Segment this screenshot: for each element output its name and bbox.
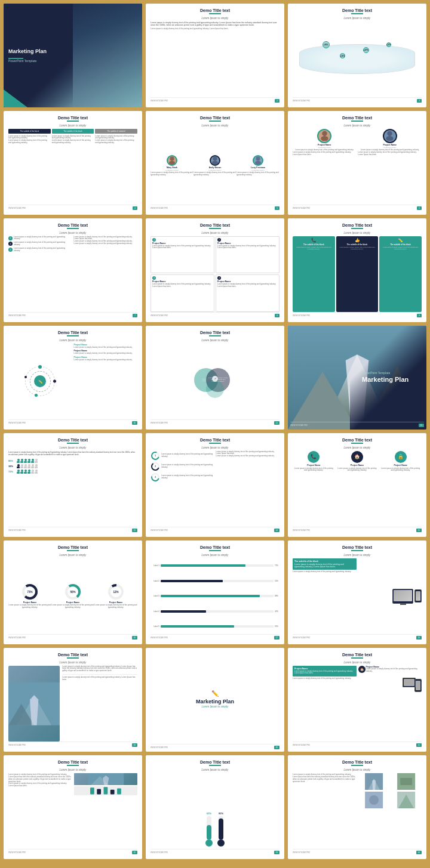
- profile-1-avatar: [167, 155, 177, 166]
- icon-text-row: 🏠 Project Name Lorem ipsum is simply dum…: [358, 666, 422, 673]
- svg-point-4: [256, 157, 260, 161]
- svg-rect-34: [90, 788, 94, 795]
- slide-6-title: Demo Title text: [293, 116, 422, 120]
- slide-14-circles: 1 Lorem ipsum is simply dummy text of th…: [150, 451, 214, 527]
- profile-1: Mary Stark Typewriting Industry Lorem ip…: [150, 155, 194, 177]
- tab-2[interactable]: The subtitle of the block: [52, 129, 94, 134]
- slide-24-text: Lorem ipsum is simply dummy text of the …: [293, 773, 357, 850]
- slide-17-subtitle: Lorem Ipsum is simply: [150, 554, 280, 557]
- slide-6-footer: WWW.SITEZAR.PRO 6: [293, 205, 422, 210]
- slide-3-title: Demo Title text: [293, 8, 422, 13]
- outer-ring: ✏️: [25, 366, 55, 396]
- svg-point-1: [169, 161, 175, 165]
- slide-19-content: Lorem ipsum is simply dummy text of the …: [8, 666, 137, 742]
- bar-5: Label 5 65%: [150, 625, 280, 628]
- slide-13-content: Lorem ipsum is simply dummy text of the …: [8, 451, 137, 527]
- slide-10-divider: [67, 335, 79, 336]
- donut-2: 50%: [64, 583, 81, 600]
- footer-url: WWW.SITEZAR.PRO: [150, 100, 168, 102]
- profile-2-name: Andy Brown: [209, 166, 222, 169]
- person-svg: [168, 156, 176, 165]
- orbit-dot-1: [38, 365, 42, 369]
- svg-point-6: [322, 131, 327, 137]
- stat-1: +96%: [322, 41, 330, 48]
- info-box: The subtitle of the block Lorem ipsum is…: [293, 558, 357, 570]
- cover-subtitle: PowerPoint Template: [8, 59, 137, 63]
- slide-4-cols: Lorem ipsum is simply dummy text of the …: [8, 135, 137, 205]
- svg-point-5: [255, 161, 261, 165]
- slide-17-bars: Label 1 75% Label 2 55% Label 3 88% Labe…: [150, 558, 280, 635]
- bar-fill-2: [161, 580, 223, 582]
- donut-3-label: 12%: [113, 590, 118, 593]
- svg-rect-43: [400, 778, 412, 785]
- slide-14-content: 1 Lorem ipsum is simply dummy text of th…: [150, 451, 280, 527]
- slide-24-divider: [351, 765, 363, 766]
- slide-12-marketing: PowerPoint Template Marketing Plan WWW.S…: [288, 326, 426, 430]
- slide-4-subtitle: Lorem Ipsum is simply: [8, 124, 137, 127]
- slide-19-text: Lorem ipsum is simply dummy text of the …: [62, 666, 137, 742]
- slide-4: Demo Title text Lorem Ipsum is simply Th…: [4, 111, 142, 215]
- progress-ring-3: 3: [150, 472, 160, 482]
- svg-rect-38: [117, 789, 121, 795]
- slide-16-title: Demo Title text: [8, 545, 137, 549]
- phone-device: [414, 589, 422, 603]
- slide-13-subtitle: Lorem Ipsum is simply: [8, 446, 137, 449]
- slide-14-divider: [209, 443, 221, 444]
- slide-10-footer: WWW.SITEZAR.PRO 10: [8, 419, 137, 425]
- slide-11-divider: [209, 335, 221, 336]
- slide-11-title: Demo Title text: [150, 330, 280, 335]
- slide-22-chart: [74, 786, 138, 795]
- tab-1[interactable]: The subtitle of the block: [8, 129, 51, 134]
- tab-3[interactable]: The palette of material: [95, 129, 137, 134]
- slide-7-cols: 1 Lorem ipsum is simply dummy text of th…: [8, 236, 137, 313]
- icon-box-1: 📞 The subtitle of the block Lorem ipsum …: [293, 236, 335, 313]
- slide-13-divider: [67, 443, 79, 444]
- slide-2-text: Lorem ipsum is simply dummy text of the …: [150, 21, 280, 27]
- slide-16-subtitle: Lorem Ipsum is simply: [8, 554, 137, 557]
- slide-22-content: Lorem ipsum is simply dummy text of the …: [8, 773, 137, 850]
- slide-18-content: The subtitle of the block Lorem ipsum is…: [293, 558, 422, 635]
- venn-center: ✓: [212, 376, 218, 382]
- profile-3: Lucy Freeman Typewriting Industry Lorem …: [236, 155, 280, 177]
- slide-18-footer: WWW.SITEZAR.PRO 18: [293, 634, 422, 640]
- slide-23-footer: WWW.SITEZAR.PRO 23: [150, 849, 280, 854]
- thermo-bar-2: [219, 816, 223, 840]
- bar-2: Label 2 55%: [150, 580, 280, 582]
- slide-21-divider: [351, 657, 363, 659]
- monitor-icon: [392, 589, 413, 604]
- slide-7: Demo Title text Lorem Ipsum is simply 1 …: [4, 218, 142, 322]
- mid-ring: ✏️: [30, 371, 51, 392]
- slide-4-tabs: The subtitle of the block The subtitle o…: [8, 129, 137, 134]
- circle-item-1: 1 Lorem ipsum is simply dummy text of th…: [150, 451, 214, 461]
- slide-11: Demo Title text Lorem Ipsum is simply Th…: [146, 326, 284, 430]
- profile-2: Andy Brown Typewriting Industry Lorem ip…: [194, 155, 236, 177]
- cover-title: Marketing Plan: [8, 48, 137, 54]
- slide-24: Demo Title text Lorem Ipsum is simply Lo…: [288, 755, 426, 859]
- icon-circle-3: 🔒: [395, 451, 407, 463]
- slide-2-divider: [209, 13, 221, 14]
- slide-20-footer: WWW.SITEZAR.PRO 20: [150, 744, 280, 749]
- person-svg-2: [211, 156, 219, 165]
- marketing-text-overlay: PowerPoint Template Marketing Plan: [357, 326, 426, 430]
- slide-21-content: Project Name Lorem ipsum is simply dummy…: [293, 666, 422, 742]
- thermo-bar-1: [207, 816, 211, 840]
- slide-20-title: Marketing Plan: [196, 699, 234, 705]
- slide-15-col-1: 📞 Project Name Lorem ipsum is simply dum…: [293, 451, 335, 472]
- slide-6-cols: Project Name Typewriting Industry Lorem …: [293, 129, 422, 205]
- slide-2-footer: WWW.SITEZAR.PRO 2: [150, 97, 280, 103]
- svg-point-0: [170, 157, 174, 161]
- slide-14-text: Lorem ipsum is simply dummy text of the …: [216, 451, 280, 527]
- profile-large-2: [383, 129, 397, 143]
- icon-box-3: ✏️ The subtitle of the block Lorem ipsum…: [379, 236, 422, 313]
- slide-2-text2: Lorem ipsum is simply dummy text of the …: [150, 28, 280, 30]
- slide-7-divider: [67, 228, 79, 229]
- thumb-3: [358, 792, 389, 808]
- slide-16-footer: WWW.SITEZAR.PRO 16: [8, 634, 137, 640]
- donut-3: 12%: [108, 583, 124, 600]
- slide-9-boxes: 📞 The subtitle of the block Lorem ipsum …: [293, 236, 422, 313]
- orbit-diagram: ✏️: [8, 344, 72, 420]
- profile-3-avatar: [253, 155, 263, 166]
- stat-2: +47%: [363, 47, 369, 53]
- slide-7-title: Demo Title text: [8, 223, 137, 227]
- slide-5-footer: WWW.SITEZAR.PRO 5: [150, 205, 280, 210]
